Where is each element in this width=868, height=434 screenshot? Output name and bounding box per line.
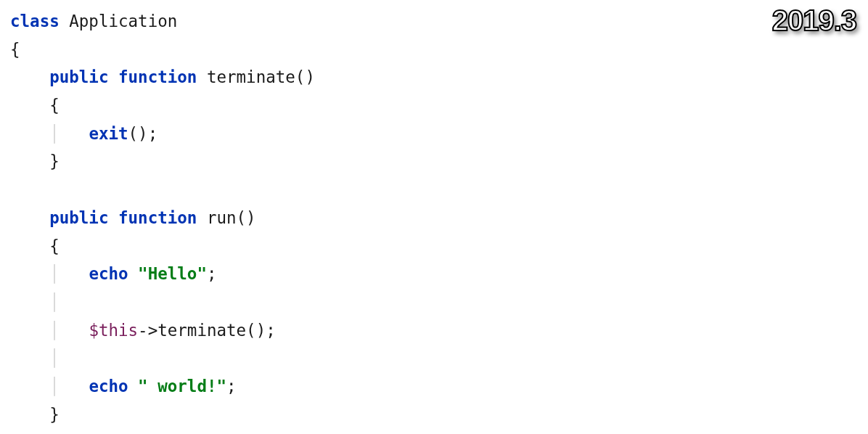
indent bbox=[10, 348, 49, 367]
fn-run: run() bbox=[197, 208, 255, 227]
indent bbox=[10, 405, 49, 424]
indent-guide: │ bbox=[49, 321, 89, 340]
fn-terminate: terminate() bbox=[197, 67, 315, 86]
line-7-blank bbox=[10, 180, 20, 199]
line-15: } bbox=[10, 405, 60, 424]
brace-open: { bbox=[49, 96, 60, 115]
indent bbox=[10, 96, 49, 115]
line-6: } bbox=[10, 152, 60, 171]
keyword-function: function bbox=[118, 208, 197, 227]
class-name: Application bbox=[60, 12, 178, 30]
line-14: │ echo " world!"; bbox=[10, 377, 237, 396]
line-9: { bbox=[10, 237, 60, 255]
keyword-echo: echo bbox=[89, 264, 128, 283]
line-8: public function run() bbox=[10, 208, 256, 227]
semi: ; bbox=[207, 264, 217, 283]
keyword-echo: echo bbox=[89, 377, 128, 396]
var-this: $this bbox=[89, 321, 138, 340]
brace-close: } bbox=[49, 405, 60, 424]
keyword-exit: exit bbox=[89, 124, 128, 143]
parens-semi: (); bbox=[128, 124, 158, 143]
indent-guide: │ bbox=[49, 264, 89, 283]
line-13-blank: │ bbox=[10, 348, 60, 367]
line-4: { bbox=[10, 96, 60, 115]
indent bbox=[10, 264, 49, 283]
brace-close: } bbox=[49, 152, 60, 171]
space bbox=[108, 67, 118, 86]
line-3: public function terminate() bbox=[10, 67, 315, 86]
indent bbox=[10, 292, 49, 311]
indent-guide: │ bbox=[49, 292, 60, 311]
php-code-block: class Application { public function term… bbox=[0, 0, 868, 434]
indent bbox=[10, 321, 49, 340]
indent bbox=[10, 237, 49, 255]
indent bbox=[10, 152, 49, 171]
indent bbox=[10, 377, 49, 396]
brace-open: { bbox=[49, 237, 60, 255]
line-10: │ echo "Hello"; bbox=[10, 264, 216, 283]
indent-guide: │ bbox=[49, 348, 60, 367]
indent-guide: │ bbox=[49, 124, 89, 143]
keyword-function: function bbox=[118, 67, 197, 86]
keyword-public: public bbox=[49, 208, 108, 227]
line-1: class Application bbox=[10, 12, 177, 30]
semi: ; bbox=[226, 377, 237, 396]
indent-guide: │ bbox=[49, 377, 89, 396]
line-5: │ exit(); bbox=[10, 124, 157, 143]
space bbox=[108, 208, 118, 227]
keyword-class: class bbox=[10, 12, 60, 30]
brace-open-class: { bbox=[10, 40, 20, 59]
indent bbox=[10, 124, 49, 143]
string-hello: "Hello" bbox=[128, 264, 207, 283]
indent bbox=[10, 67, 49, 86]
line-11-blank: │ bbox=[10, 292, 60, 311]
keyword-public: public bbox=[49, 67, 108, 86]
version-badge: 2019.3 bbox=[772, 4, 856, 37]
method-call: ->terminate(); bbox=[138, 321, 276, 340]
indent bbox=[10, 208, 49, 227]
line-12: │ $this->terminate(); bbox=[10, 321, 276, 340]
string-world: " world!" bbox=[128, 377, 226, 396]
